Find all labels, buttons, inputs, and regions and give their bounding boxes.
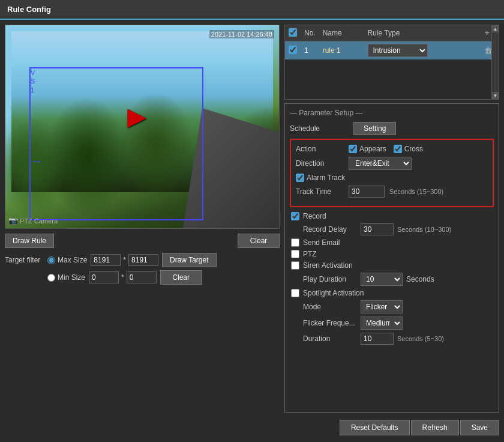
max-size-inputs: 8191 * 8191 [91,254,158,266]
play-duration-select[interactable]: 10 20 30 60 [361,273,403,286]
row-name: rule 1 [319,41,364,60]
action-row: Action Appears Cross [296,145,488,153]
select-all-checkbox[interactable] [289,28,297,37]
action-checkboxes: Appears Cross [349,145,423,153]
max-height-input[interactable]: 8191 [128,254,158,266]
spotlight-checkbox[interactable] [291,289,299,297]
bottom-bar: Reset Defaults Refresh Save [284,416,499,439]
schedule-setting-button[interactable]: Setting [353,122,396,135]
ptz-checkbox[interactable] [291,250,299,258]
appears-checkbox-item: Appears [349,145,386,153]
max-size-radio[interactable] [47,256,55,264]
record-delay-label: Record Delay [303,225,357,234]
min-size-label: Min Size [58,273,85,282]
size-separator-1: * [123,256,126,264]
col-name: Name [319,25,364,41]
action-label: Action [296,145,344,153]
schedule-label: Schedule [290,124,350,133]
draw-label: V S 1 [31,68,35,94]
max-size-radio-group: Max Size [47,256,87,264]
cross-checkbox-item: Cross [394,145,423,153]
play-duration-label: Play Duration [303,275,357,283]
mode-select[interactable]: Flicker Always On [361,300,403,313]
siren-label: Siren Activation [303,261,353,270]
record-delay-hint: Seconds (10~300) [397,226,451,233]
min-size-row: Min Size 0 * 0 Clear [5,270,280,285]
col-rule-type: Rule Type [364,25,478,41]
table-row[interactable]: 1 rule 1 Intrusion Line Crossing Perimet… [285,41,499,60]
cross-checkbox[interactable] [394,145,402,153]
flicker-freq-label: Flicker Freque... [303,319,357,327]
siren-row: Siren Activation [291,261,494,270]
mode-label: Mode [303,303,357,311]
size-separator-2: * [121,273,124,282]
min-size-radio-group: Min Size [47,273,85,282]
siren-checkbox[interactable] [291,261,299,270]
play-duration-unit: Seconds [406,275,434,283]
track-time-label: Track Time [296,187,344,196]
timestamp: 2021-11-02 14:26:48 [209,30,274,38]
cross-label: Cross [404,145,423,153]
refresh-button[interactable]: Refresh [411,420,459,435]
action-section: Action Appears Cross Direction [290,139,494,207]
min-height-input[interactable]: 0 [127,271,157,283]
camera-label: 📷 PTZ Camera [8,216,58,225]
page-title: Rule Config [7,5,51,14]
record-delay-input[interactable]: 30 [361,223,394,235]
direction-label: Direction [296,159,344,168]
row-checkbox[interactable] [289,46,297,54]
record-row: Record [291,212,494,220]
track-time-hint: Seconds (15~300) [389,188,443,195]
duration-row: Duration 10 Seconds (5~30) [291,333,494,345]
rules-table-container: No. Name Rule Type + 1 rule 1 [284,25,499,100]
parameter-setup-section: — Parameter Setup — Schedule Setting Act… [284,103,499,413]
save-button[interactable]: Save [460,420,499,435]
rule-type-select[interactable]: Intrusion Line Crossing Perimeter [368,44,428,57]
max-width-input[interactable]: 8191 [91,254,121,266]
alarm-track-checkbox-item: Alarm Track [296,174,345,182]
target-filter-container: Target filter Max Size 8191 * 8191 Draw … [5,253,280,285]
alarm-track-label: Alarm Track [307,174,345,182]
ptz-row: PTZ [291,250,494,258]
alarm-items: Record Record Delay 30 Seconds (10~300) … [290,212,494,345]
min-size-inputs: 0 * 0 [89,271,157,283]
flicker-freq-row: Flicker Freque... Low Medium High [291,316,494,330]
scroll-down-button[interactable]: ▼ [492,92,499,99]
min-width-input[interactable]: 0 [89,271,119,283]
duration-label: Duration [303,335,357,343]
schedule-row: Schedule Setting [290,122,494,135]
appears-checkbox[interactable] [349,145,357,153]
min-size-radio[interactable] [47,274,55,282]
row-no: 1 [301,41,319,60]
duration-input[interactable]: 10 [361,333,394,345]
flicker-freq-select[interactable]: Low Medium High [361,316,403,330]
clear-target-button[interactable]: Clear [160,270,202,285]
left-panel: 2021-11-02 14:26:48 V S 1 ↔ ► 📷 PTZ Came… [0,20,284,439]
track-time-input[interactable]: 30 [349,186,385,198]
record-label: Record [303,212,326,220]
spotlight-label: Spotlight Activation [303,289,364,297]
target-filter-label: Target filter [5,256,44,264]
draw-rule-button[interactable]: Draw Rule [5,234,54,248]
record-checkbox[interactable] [291,212,299,220]
camera-view: 2021-11-02 14:26:48 V S 1 ↔ ► 📷 PTZ Came… [5,25,280,229]
add-rule-button[interactable]: + [482,28,492,38]
spotlight-row: Spotlight Activation [291,289,494,297]
direction-select[interactable]: Enter&Exit Enter Exit [349,157,412,170]
ptz-label: PTZ [303,250,317,258]
right-panel: No. Name Rule Type + 1 rule 1 [284,20,504,439]
alarm-track-checkbox[interactable] [296,174,304,182]
table-scrollbar: ▲ ▼ [491,25,499,99]
clear-rule-button[interactable]: Clear [238,234,280,248]
send-email-checkbox[interactable] [291,238,299,247]
draw-target-button[interactable]: Draw Target [162,253,216,267]
send-email-label: Send Email [303,238,340,247]
play-duration-row: Play Duration 10 20 30 60 Seconds [291,273,494,286]
mode-row: Mode Flicker Always On [291,300,494,313]
horizontal-arrow-icon: ↔ [31,154,43,168]
record-delay-row: Record Delay 30 Seconds (10~300) [291,223,494,235]
direction-row: Direction Enter&Exit Enter Exit [296,157,488,170]
scroll-up-button[interactable]: ▲ [492,25,499,32]
max-size-label: Max Size [58,256,87,264]
reset-defaults-button[interactable]: Reset Defaults [340,420,410,435]
